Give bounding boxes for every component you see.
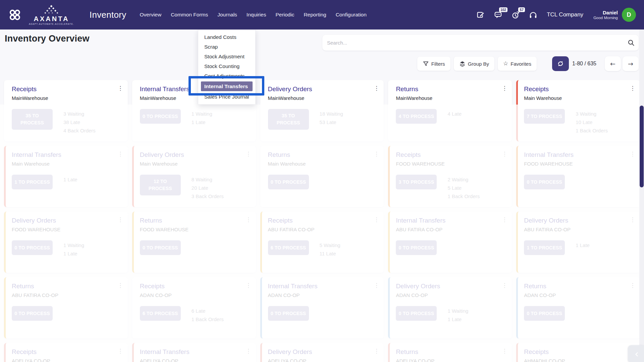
kebab-menu-icon[interactable]: ⋮ bbox=[629, 85, 636, 92]
kanban-card[interactable]: Returns ADAN CO-OP ⋮ 0 TO PROCESS bbox=[516, 277, 640, 339]
kanban-card[interactable]: Internal Transfers ADAN CO-OP ⋮ 0 TO PRO… bbox=[260, 277, 384, 339]
to-process-button[interactable]: 4 TO PROCESS bbox=[396, 109, 437, 124]
nav-item-periodic[interactable]: Periodic bbox=[275, 12, 294, 18]
kebab-menu-icon[interactable]: ⋮ bbox=[245, 150, 252, 157]
to-process-button[interactable]: 35 TO PROCESS bbox=[12, 109, 53, 130]
to-process-button[interactable]: 3 TO PROCESS bbox=[396, 175, 437, 189]
kebab-menu-icon[interactable]: ⋮ bbox=[629, 150, 636, 157]
to-process-button[interactable]: 1 TO PROCESS bbox=[524, 240, 565, 255]
kebab-menu-icon[interactable]: ⋮ bbox=[245, 348, 252, 354]
scrollbar-track[interactable] bbox=[639, 29, 644, 362]
kebab-menu-icon[interactable]: ⋮ bbox=[501, 282, 508, 289]
refresh-button[interactable] bbox=[552, 56, 569, 71]
search-input[interactable] bbox=[322, 40, 624, 46]
kebab-menu-icon[interactable]: ⋮ bbox=[373, 348, 380, 354]
kebab-menu-icon[interactable]: ⋮ bbox=[501, 150, 508, 157]
kanban-card[interactable]: Receipts ADELIYA CO-OP ⋮ bbox=[4, 343, 128, 362]
favorites-button[interactable]: ☆ Favorites bbox=[498, 57, 537, 71]
kebab-menu-icon[interactable]: ⋮ bbox=[501, 85, 508, 92]
kanban-card[interactable]: Delivery Orders FOOD WAREHOUSE ⋮ 0 TO PR… bbox=[4, 212, 128, 273]
menu-item-stock-adjustment[interactable]: Stock Adjustment bbox=[198, 52, 255, 61]
collapse-chevron-button[interactable]: ‹ bbox=[628, 345, 644, 362]
kebab-menu-icon[interactable]: ⋮ bbox=[501, 216, 508, 223]
to-process-button[interactable]: 0 TO PROCESS bbox=[268, 175, 309, 189]
kanban-card[interactable]: Delivery Orders MainWarehouse ⋮ 35 TO PR… bbox=[260, 80, 384, 141]
activities-icon[interactable]: 57 bbox=[511, 10, 521, 20]
kebab-menu-icon[interactable]: ⋮ bbox=[373, 85, 380, 92]
menu-item-internal-transfers[interactable]: Internal Transfers bbox=[201, 81, 253, 91]
kebab-menu-icon[interactable]: ⋮ bbox=[373, 216, 380, 223]
kanban-card[interactable]: Receipts ADAN CO-OP ⋮ 6 TO PROCESS 6 Lat… bbox=[132, 277, 256, 339]
to-process-button[interactable]: 35 TO PROCESS bbox=[268, 109, 309, 130]
kebab-menu-icon[interactable]: ⋮ bbox=[117, 216, 124, 223]
kanban-card[interactable]: Receipts ABU FATIRA CO-OP ⋮ 6 TO PROCESS… bbox=[260, 212, 384, 273]
pager-next-button[interactable]: → bbox=[623, 56, 639, 71]
to-process-button[interactable]: 0 TO PROCESS bbox=[268, 306, 309, 321]
to-process-button[interactable]: 0 TO PROCESS bbox=[396, 240, 437, 255]
kanban-card[interactable]: Internal Transfers FOOD WAREHOUSE ⋮ 0 TO… bbox=[516, 146, 640, 207]
search-icon[interactable] bbox=[624, 39, 639, 47]
kanban-card[interactable]: Receipts MainWarehouse ⋮ 35 TO PROCESS 3… bbox=[4, 80, 128, 141]
nav-item-common-forms[interactable]: Common Forms bbox=[171, 12, 208, 18]
kanban-card[interactable]: Delivery Orders ADAN CO-OP ⋮ 0 TO PROCES… bbox=[388, 277, 512, 339]
menu-item-scrap[interactable]: Scrap bbox=[198, 42, 255, 52]
to-process-button[interactable]: 0 TO PROCESS bbox=[140, 109, 181, 124]
kanban-card[interactable]: Internal Transfers Main Warehouse ⋮ 1 TO… bbox=[4, 146, 128, 207]
kanban-card[interactable]: Receipts AHMADHI CO-OP ⋮ bbox=[516, 343, 640, 362]
kanban-card[interactable]: Returns MainWarehouse ⋮ 4 TO PROCESS 4 L… bbox=[388, 80, 512, 141]
to-process-button[interactable]: 6 TO PROCESS bbox=[268, 240, 309, 255]
nav-item-inquiries[interactable]: Inquiries bbox=[247, 12, 266, 18]
kebab-menu-icon[interactable]: ⋮ bbox=[629, 216, 636, 223]
kanban-card[interactable]: Receipts FOOD WAREHOUSE ⋮ 3 TO PROCESS 2… bbox=[388, 146, 512, 207]
kanban-card[interactable]: Delivery Orders ABU FATIRA CO-OP ⋮ 1 TO … bbox=[516, 212, 640, 273]
kanban-card[interactable]: Returns ABU FATIRA CO-OP ⋮ 0 TO PROCESS bbox=[4, 277, 128, 339]
kanban-card[interactable]: Returns Main Warehouse ⋮ 0 TO PROCESS bbox=[260, 146, 384, 207]
scrollbar-thumb[interactable] bbox=[640, 106, 644, 187]
filters-button[interactable]: Filters bbox=[417, 57, 450, 71]
kebab-menu-icon[interactable]: ⋮ bbox=[373, 150, 380, 157]
to-process-button[interactable]: 1 TO PROCESS bbox=[12, 175, 53, 189]
to-process-button[interactable]: 12 TO PROCESS bbox=[140, 175, 181, 195]
to-process-button[interactable]: 0 TO PROCESS bbox=[12, 240, 53, 255]
to-process-button[interactable]: 0 TO PROCESS bbox=[524, 175, 565, 189]
user-block[interactable]: Daniel Good Morning bbox=[593, 10, 618, 20]
nav-item-reporting[interactable]: Reporting bbox=[304, 12, 326, 18]
to-process-button[interactable]: 0 TO PROCESS bbox=[12, 306, 53, 321]
kanban-card[interactable]: Delivery Orders ADELIYA CO-OP ⋮ bbox=[260, 343, 384, 362]
kebab-menu-icon[interactable]: ⋮ bbox=[501, 348, 508, 354]
avatar[interactable]: D bbox=[622, 8, 636, 22]
menu-item-landed-costs[interactable]: Landed Costs bbox=[198, 32, 255, 42]
to-process-button[interactable]: 0 TO PROCESS bbox=[396, 306, 437, 321]
kebab-menu-icon[interactable]: ⋮ bbox=[117, 85, 124, 92]
kebab-menu-icon[interactable]: ⋮ bbox=[245, 216, 252, 223]
apps-grid-icon[interactable] bbox=[8, 8, 21, 21]
nav-item-overview[interactable]: Overview bbox=[140, 12, 162, 18]
kebab-menu-icon[interactable]: ⋮ bbox=[245, 282, 252, 289]
kebab-menu-icon[interactable]: ⋮ bbox=[117, 150, 124, 157]
kebab-menu-icon[interactable]: ⋮ bbox=[117, 282, 124, 289]
kebab-menu-icon[interactable]: ⋮ bbox=[117, 348, 124, 354]
kebab-menu-icon[interactable]: ⋮ bbox=[373, 282, 380, 289]
to-process-button[interactable]: 6 TO PROCESS bbox=[140, 306, 181, 321]
group-by-button[interactable]: Group By bbox=[454, 57, 494, 71]
kanban-card[interactable]: Returns ADELIYA CO-OP ⋮ bbox=[388, 343, 512, 362]
nav-item-configuration[interactable]: Configuration bbox=[336, 12, 367, 18]
kanban-card[interactable]: Delivery Orders Main Warehouse ⋮ 12 TO P… bbox=[132, 146, 256, 207]
menu-item-stock-counting[interactable]: Stock Counting bbox=[198, 61, 255, 71]
menu-item-sales-price-journal[interactable]: Sales Price Journal bbox=[198, 92, 255, 102]
messages-icon[interactable]: 102 bbox=[493, 10, 503, 20]
to-process-button[interactable]: 0 TO PROCESS bbox=[524, 306, 565, 321]
pager-prev-button[interactable]: ← bbox=[605, 56, 621, 71]
menu-item-cost-adjustments[interactable]: Cost Adjustments bbox=[198, 71, 255, 81]
kanban-card[interactable]: Internal Transfers ABU FATIRA CO-OP ⋮ 0 … bbox=[388, 212, 512, 273]
kebab-menu-icon[interactable]: ⋮ bbox=[629, 282, 636, 289]
nav-item-journals[interactable]: Journals bbox=[217, 12, 237, 18]
compose-icon[interactable] bbox=[476, 10, 486, 20]
kanban-card[interactable]: Returns FOOD WAREHOUSE ⋮ 0 TO PROCESS bbox=[132, 212, 256, 273]
kanban-card[interactable]: Internal Transfers ADELIYA CO-OP ⋮ bbox=[132, 343, 256, 362]
to-process-button[interactable]: 7 TO PROCESS bbox=[524, 109, 565, 124]
to-process-button[interactable]: 0 TO PROCESS bbox=[140, 240, 181, 255]
kanban-card[interactable]: Receipts Main Warehouse ⋮ 7 TO PROCESS 3… bbox=[516, 80, 640, 141]
company-switcher[interactable]: TCL Company bbox=[547, 11, 583, 18]
support-headset-icon[interactable] bbox=[528, 10, 538, 20]
